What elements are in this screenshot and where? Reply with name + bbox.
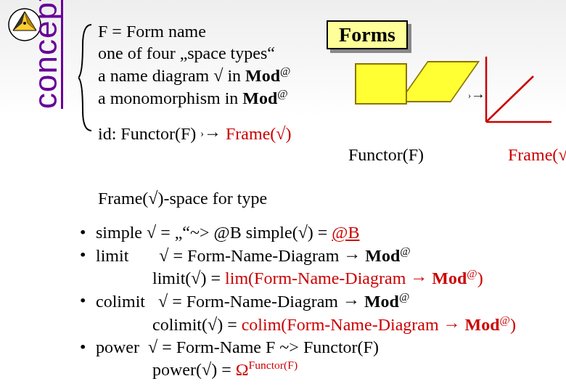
bullet-power: • power √ = Form-Name F ~> Functor(F) bbox=[80, 336, 559, 359]
frame-space-heading: Frame(√)-space for type bbox=[98, 189, 267, 208]
sidebar-label: concepts bbox=[28, 0, 63, 109]
frame-label: Frame(√) bbox=[508, 145, 566, 165]
id-functor-line: id: Functor(F) ›→ Frame(√) bbox=[98, 123, 291, 144]
functor-label: Functor(F) bbox=[348, 145, 424, 165]
svg-rect-6 bbox=[356, 64, 406, 104]
forms-title-box: Forms bbox=[327, 20, 408, 49]
svg-rect-5 bbox=[400, 62, 479, 102]
bullet-limit-sub: limit(√) = lim(Form-Name-Diagram → Mod@) bbox=[96, 266, 559, 290]
definition-block: F = Form name one of four „space types“ … bbox=[98, 20, 337, 109]
bullet-simple: • simple √ = „“~> @B simple(√) = @B bbox=[80, 221, 559, 244]
svg-line-9 bbox=[486, 76, 533, 122]
bullet-power-sub: power(√) = ΩFunctor(F) bbox=[96, 358, 559, 381]
bullet-colimit-sub: colimit(√) = colim(Form-Name-Diagram → M… bbox=[96, 313, 559, 336]
forms-title-text: Forms bbox=[339, 23, 395, 46]
bullet-limit: • limit √ = Form-Name-Diagram → Mod@ bbox=[80, 244, 559, 267]
def-line-1: F = Form name bbox=[98, 20, 337, 42]
svg-point-4 bbox=[23, 22, 26, 25]
brace-icon bbox=[78, 23, 94, 132]
forms-diagram bbox=[341, 51, 551, 131]
bullet-colimit: • colimit √ = Form-Name-Diagram → Mod@ bbox=[80, 290, 559, 313]
def-line-3: a name diagram √ in Mod@ bbox=[98, 64, 337, 86]
diagram-mono-arrow: ›→ bbox=[468, 87, 485, 104]
def-line-4: a monomorphism in Mod@ bbox=[98, 86, 337, 109]
bullet-list: • simple √ = „“~> @B simple(√) = @B • li… bbox=[80, 221, 559, 381]
def-line-2: one of four „space types“ bbox=[98, 42, 337, 64]
